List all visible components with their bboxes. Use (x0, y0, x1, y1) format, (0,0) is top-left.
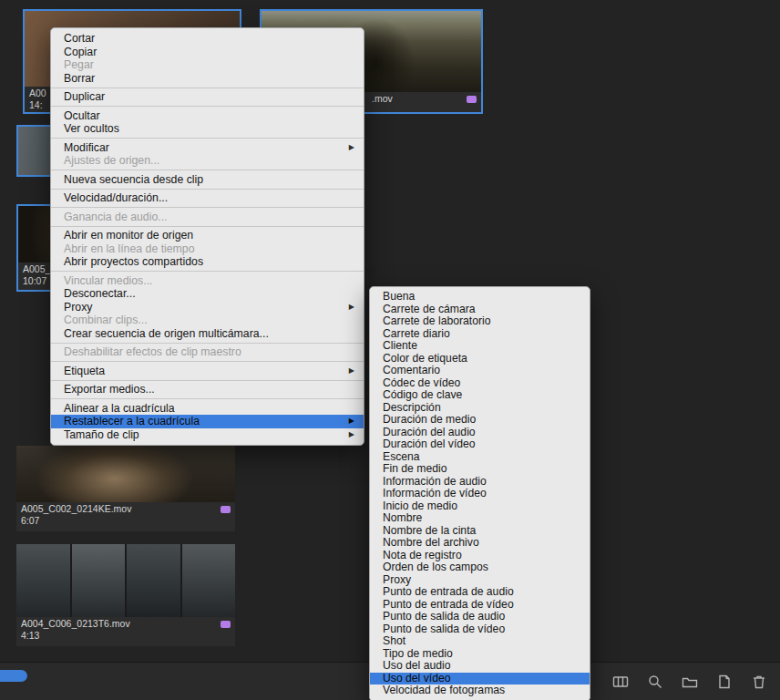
menu-item-label: Uso del vídeo (383, 673, 451, 685)
context-submenu: BuenaCarrete de cámaraCarrete de laborat… (369, 286, 590, 700)
menu-item-label: Exportar medios... (64, 383, 155, 396)
menu-item-label: Shot (383, 635, 405, 648)
menu-item-label: Descripción (383, 402, 441, 415)
menu-item[interactable]: Punto de entrada de vídeo (370, 599, 590, 612)
submenu-arrow-icon: ▶ (349, 365, 354, 378)
menu-item: Ajustes de origen... (51, 154, 364, 168)
menu-item[interactable]: Orden de los campos (370, 561, 590, 574)
menu-item-label: Nota de registro (383, 550, 462, 562)
menu-item[interactable]: Duración de medio (370, 414, 590, 427)
menu-item-label: Información de audio (383, 476, 487, 489)
menu-item[interactable]: Alinear a la cuadrícula (51, 402, 364, 416)
menu-item[interactable]: Desconectar... (51, 287, 364, 301)
menu-item[interactable]: Carrete de laboratorio (370, 315, 590, 328)
menu-separator (51, 170, 364, 170)
menu-item[interactable]: Exportar medios... (51, 383, 364, 396)
menu-item-label: Uso del audio (383, 660, 451, 673)
menu-item[interactable]: Abrir proyectos compartidos (51, 255, 364, 269)
menu-item: Pegar (51, 58, 364, 72)
menu-item[interactable]: Uso del audio (370, 660, 590, 673)
menu-item[interactable]: Punto de salida de audio (370, 611, 590, 623)
menu-item-label: Punto de entrada de vídeo (383, 599, 514, 612)
menu-item[interactable]: Uso del vídeo (370, 673, 590, 685)
menu-item-label: Abrir en monitor de origen (64, 229, 193, 242)
zoom-slider[interactable] (0, 670, 27, 682)
menu-separator (51, 226, 364, 227)
menu-item[interactable]: Punto de entrada de audio (370, 586, 590, 599)
menu-item[interactable]: Tamaño de clip▶ (51, 428, 364, 442)
menu-item-label: Punto de salida de audio (383, 611, 505, 623)
menu-item[interactable]: Duración del vídeo (370, 438, 590, 451)
menu-item-label: Ocultar (64, 109, 100, 123)
menu-item[interactable]: Cortar (51, 32, 364, 46)
menu-item[interactable]: Nombre de la cinta (370, 525, 590, 538)
menu-item[interactable]: Ocultar (51, 109, 364, 123)
icon-view-icon[interactable] (612, 674, 629, 690)
menu-item-label: Etiqueta (64, 365, 105, 378)
menu-item[interactable]: Buena (370, 291, 590, 304)
menu-item[interactable]: Nombre (370, 512, 590, 525)
menu-item[interactable]: Punto de salida de vídeo (370, 623, 590, 636)
menu-item-label: Buena (383, 291, 415, 304)
clip-tile[interactable]: A005_C002_0214KE.mov 6:07 (16, 446, 235, 531)
menu-item[interactable]: Velocidad de fotogramas (370, 685, 590, 697)
menu-item: Vincular medios... (51, 274, 364, 288)
menu-item: Deshabilitar efectos de clip maestro (51, 345, 364, 359)
bin-icon[interactable] (682, 674, 698, 690)
menu-item[interactable]: Código de clave (370, 389, 590, 402)
menu-item[interactable]: Códec de vídeo (370, 377, 590, 390)
clip-thumbnail (16, 446, 235, 502)
menu-item[interactable]: Restablecer a la cuadrícula▶ (51, 415, 364, 428)
menu-item-label: Códec de vídeo (383, 377, 460, 390)
menu-item[interactable]: Velocidad/duración... (51, 191, 364, 205)
menu-item[interactable]: Abrir en monitor de origen (51, 229, 364, 242)
menu-item[interactable]: Shot (370, 635, 590, 648)
menu-item[interactable]: Descripción (370, 402, 590, 415)
menu-item[interactable]: Borrar (51, 72, 364, 86)
menu-item-label: Ver ocultos (64, 122, 119, 136)
delete-icon[interactable] (751, 674, 767, 690)
menu-item[interactable]: Información de vídeo (370, 488, 590, 500)
menu-item[interactable]: Escena (370, 451, 590, 464)
menu-item[interactable]: Ver ocultos (51, 122, 364, 136)
menu-separator (51, 189, 364, 190)
menu-item[interactable]: Carrete diario (370, 328, 590, 341)
label-color-badge (467, 96, 477, 103)
menu-item-label: Vincular medios... (64, 274, 153, 288)
label-color-badge (221, 506, 231, 513)
new-item-icon[interactable] (716, 674, 733, 690)
menu-separator (51, 207, 364, 208)
menu-item-label: Deshabilitar efectos de clip maestro (64, 345, 241, 359)
menu-item[interactable]: Tipo de medio (370, 648, 590, 661)
search-icon[interactable] (647, 674, 663, 690)
menu-item[interactable]: Proxy (370, 574, 590, 587)
menu-item[interactable]: Comentario (370, 365, 590, 377)
menu-item[interactable]: Proxy▶ (51, 301, 364, 314)
menu-item[interactable]: Modificar▶ (51, 141, 364, 155)
project-panel: A00 14: .mov A005_ 10:07 A005_C002_0214K… (0, 0, 780, 700)
menu-item-label: Carrete diario (383, 328, 450, 341)
menu-item[interactable]: Duplicar (51, 90, 364, 104)
menu-item[interactable]: Fin de medio (370, 463, 590, 476)
menu-item-label: Inicio de medio (383, 500, 457, 513)
menu-item[interactable]: Nota de registro (370, 550, 590, 562)
menu-item[interactable]: Nombre del archivo (370, 537, 590, 550)
menu-item-label: Combinar clips... (64, 314, 148, 327)
clip-duration: 4:13 (21, 630, 231, 642)
clip-tile[interactable]: A004_C006_0213T6.mov 4:13 (16, 544, 235, 646)
menu-item[interactable]: Duración del audio (370, 427, 590, 439)
menu-item[interactable]: Color de etiqueta (370, 353, 590, 365)
menu-item[interactable]: Cliente (370, 340, 590, 353)
menu-item-label: Duración de medio (383, 414, 476, 427)
menu-item[interactable]: Crear secuencia de origen multicámara... (51, 327, 364, 341)
footer-toolbar (612, 663, 767, 700)
menu-item-label: Tamaño de clip (64, 428, 139, 442)
menu-item[interactable]: Nueva secuencia desde clip (51, 173, 364, 187)
menu-item[interactable]: Etiqueta▶ (51, 365, 364, 378)
menu-item[interactable]: Copiar (51, 46, 364, 59)
label-color-badge (221, 621, 231, 628)
filmstrip-frame (127, 544, 180, 617)
menu-item[interactable]: Carrete de cámara (370, 304, 590, 316)
menu-item[interactable]: Inicio de medio (370, 500, 590, 513)
menu-item[interactable]: Información de audio (370, 476, 590, 489)
